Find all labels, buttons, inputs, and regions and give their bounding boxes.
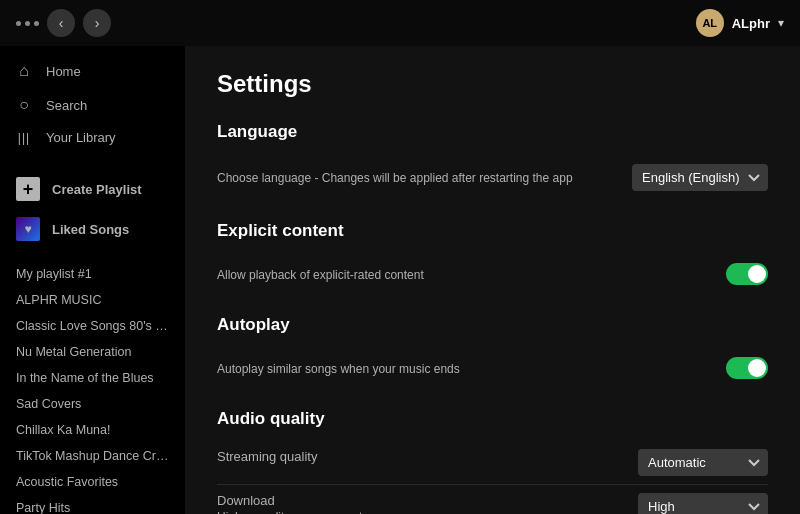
- topbar-right: AL ALphr ▾: [696, 9, 784, 37]
- list-item[interactable]: TikTok Mashup Dance Craze...: [0, 443, 185, 469]
- list-item[interactable]: Nu Metal Generation: [0, 339, 185, 365]
- sidebar-nav: ⌂ Home ○ Search ||| Your Library: [0, 46, 185, 161]
- liked-songs-label: Liked Songs: [52, 222, 129, 237]
- language-row: Choose language - Changes will be applie…: [217, 154, 768, 201]
- sidebar-item-search-label: Search: [46, 98, 87, 113]
- window-dots: [16, 21, 39, 26]
- sidebar-item-home[interactable]: ⌂ Home: [0, 54, 185, 88]
- language-select[interactable]: English (English): [632, 164, 768, 191]
- autoplay-toggle[interactable]: [726, 357, 768, 379]
- sidebar-item-search[interactable]: ○ Search: [0, 88, 185, 122]
- list-item[interactable]: Sad Covers: [0, 391, 185, 417]
- sidebar-create-playlist[interactable]: + Create Playlist: [0, 169, 185, 209]
- list-item[interactable]: Chillax Ka Muna!: [0, 417, 185, 443]
- username-label: ALphr: [732, 16, 770, 31]
- download-quality-label: Download: [217, 493, 614, 508]
- sidebar-item-library[interactable]: ||| Your Library: [0, 122, 185, 153]
- explicit-desc: Allow playback of explicit-rated content: [217, 267, 702, 284]
- autoplay-header: Autoplay: [217, 315, 768, 335]
- sidebar-item-home-label: Home: [46, 64, 81, 79]
- language-text: Choose language - Changes will be applie…: [217, 168, 632, 187]
- sidebar-liked-songs[interactable]: ♥ Liked Songs: [0, 209, 185, 249]
- topbar: ‹ › AL ALphr ▾: [0, 0, 800, 46]
- library-icon: |||: [16, 131, 32, 145]
- list-item[interactable]: Party Hits: [0, 495, 185, 514]
- dot2: [25, 21, 30, 26]
- main-layout: ⌂ Home ○ Search ||| Your Library + Creat…: [0, 46, 800, 514]
- autoplay-desc: Autoplay similar songs when your music e…: [217, 361, 702, 378]
- autoplay-section: Autoplay Autoplay similar songs when you…: [217, 315, 768, 389]
- sidebar-item-library-label: Your Library: [46, 130, 116, 145]
- streaming-quality-row: Streaming quality Automatic: [217, 441, 768, 485]
- avatar: AL: [696, 9, 724, 37]
- language-section: Language Choose language - Changes will …: [217, 122, 768, 201]
- home-icon: ⌂: [16, 62, 32, 80]
- settings-content: Settings Language Choose language - Chan…: [185, 46, 800, 514]
- streaming-quality-select[interactable]: Automatic: [638, 449, 768, 476]
- language-header: Language: [217, 122, 768, 142]
- streaming-quality-label: Streaming quality: [217, 449, 614, 464]
- nav-back-button[interactable]: ‹: [47, 9, 75, 37]
- list-item[interactable]: Classic Love Songs 80's 90's: [0, 313, 185, 339]
- audio-quality-header: Audio quality: [217, 409, 768, 429]
- explicit-text: Allow playback of explicit-rated content: [217, 265, 726, 284]
- create-playlist-icon: +: [16, 177, 40, 201]
- playlist-list: My playlist #1 ALPHR MUSIC Classic Love …: [0, 257, 185, 514]
- topbar-left: ‹ ›: [16, 9, 111, 37]
- download-quality-text: Download Higher quality uses more storag…: [217, 493, 638, 514]
- sidebar: ⌂ Home ○ Search ||| Your Library + Creat…: [0, 46, 185, 514]
- language-desc: Choose language - Changes will be applie…: [217, 170, 608, 187]
- list-item[interactable]: My playlist #1: [0, 261, 185, 287]
- explicit-header: Explicit content: [217, 221, 768, 241]
- download-quality-select[interactable]: High: [638, 493, 768, 514]
- streaming-quality-text: Streaming quality: [217, 449, 638, 464]
- autoplay-row: Autoplay similar songs when your music e…: [217, 347, 768, 389]
- list-item[interactable]: Acoustic Favorites: [0, 469, 185, 495]
- search-icon: ○: [16, 96, 32, 114]
- download-quality-desc: Higher quality uses more storage.: [217, 510, 614, 514]
- dot3: [34, 21, 39, 26]
- download-quality-row: Download Higher quality uses more storag…: [217, 485, 768, 514]
- autoplay-text: Autoplay similar songs when your music e…: [217, 359, 726, 378]
- liked-songs-icon: ♥: [16, 217, 40, 241]
- explicit-row: Allow playback of explicit-rated content: [217, 253, 768, 295]
- list-item[interactable]: In the Name of the Blues: [0, 365, 185, 391]
- explicit-section: Explicit content Allow playback of expli…: [217, 221, 768, 295]
- create-playlist-label: Create Playlist: [52, 182, 142, 197]
- dot1: [16, 21, 21, 26]
- list-item[interactable]: ALPHR MUSIC: [0, 287, 185, 313]
- nav-forward-button[interactable]: ›: [83, 9, 111, 37]
- audio-quality-section: Audio quality Streaming quality Automati…: [217, 409, 768, 514]
- explicit-toggle[interactable]: [726, 263, 768, 285]
- user-dropdown-arrow[interactable]: ▾: [778, 16, 784, 30]
- page-title: Settings: [217, 70, 768, 98]
